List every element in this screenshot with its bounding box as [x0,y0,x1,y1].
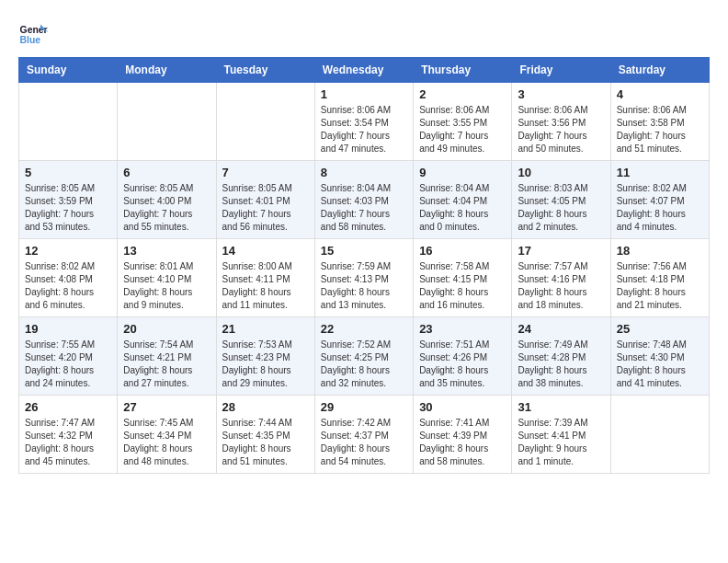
day-info: Sunrise: 7:55 AM Sunset: 4:20 PM Dayligh… [25,339,111,390]
calendar-cell: 30Sunrise: 7:41 AM Sunset: 4:39 PM Dayli… [414,396,512,474]
logo: General Blue [18,18,51,48]
day-info: Sunrise: 7:39 AM Sunset: 4:41 PM Dayligh… [518,417,604,468]
day-number: 10 [518,166,604,179]
calendar-cell: 17Sunrise: 7:57 AM Sunset: 4:16 PM Dayli… [512,239,610,317]
calendar-cell: 19Sunrise: 7:55 AM Sunset: 4:20 PM Dayli… [19,317,118,396]
day-info: Sunrise: 8:06 AM Sunset: 3:56 PM Dayligh… [518,104,604,155]
day-number: 27 [123,400,210,414]
calendar-cell [610,396,709,474]
day-number: 15 [321,244,407,258]
weekday-header-wednesday: Wednesday [314,58,413,83]
day-number: 28 [222,400,309,414]
day-info: Sunrise: 7:57 AM Sunset: 4:16 PM Dayligh… [518,260,604,312]
weekday-header-saturday: Saturday [610,58,709,83]
day-number: 2 [419,87,506,101]
day-number: 3 [518,87,604,101]
day-number: 4 [617,87,703,101]
calendar-cell: 29Sunrise: 7:42 AM Sunset: 4:37 PM Dayli… [314,396,413,474]
day-number: 1 [321,87,407,101]
day-number: 11 [617,166,703,179]
calendar-cell: 2Sunrise: 8:06 AM Sunset: 3:55 PM Daylig… [414,83,512,161]
calendar-cell: 26Sunrise: 7:47 AM Sunset: 4:32 PM Dayli… [19,396,118,474]
day-info: Sunrise: 8:06 AM Sunset: 3:58 PM Dayligh… [617,104,703,155]
calendar-cell: 7Sunrise: 8:05 AM Sunset: 4:01 PM Daylig… [216,161,314,239]
calendar-cell [118,83,216,161]
day-number: 29 [321,400,407,414]
weekday-header-row: SundayMondayTuesdayWednesdayThursdayFrid… [19,58,710,83]
day-info: Sunrise: 7:42 AM Sunset: 4:37 PM Dayligh… [321,417,407,468]
day-info: Sunrise: 8:05 AM Sunset: 3:59 PM Dayligh… [25,182,111,234]
calendar-cell: 9Sunrise: 8:04 AM Sunset: 4:04 PM Daylig… [414,161,512,239]
day-number: 9 [419,166,506,179]
day-number: 31 [518,400,604,414]
calendar-cell: 4Sunrise: 8:06 AM Sunset: 3:58 PM Daylig… [610,83,709,161]
logo-icon: General Blue [18,18,48,48]
day-number: 23 [419,322,506,336]
calendar-cell: 14Sunrise: 8:00 AM Sunset: 4:11 PM Dayli… [216,239,314,317]
calendar-cell: 1Sunrise: 8:06 AM Sunset: 3:54 PM Daylig… [314,83,413,161]
day-info: Sunrise: 8:04 AM Sunset: 4:03 PM Dayligh… [321,182,407,234]
calendar-cell: 6Sunrise: 8:05 AM Sunset: 4:00 PM Daylig… [118,161,216,239]
day-info: Sunrise: 8:05 AM Sunset: 4:01 PM Dayligh… [222,182,309,234]
svg-text:Blue: Blue [20,35,41,45]
day-info: Sunrise: 7:49 AM Sunset: 4:28 PM Dayligh… [518,339,604,390]
day-info: Sunrise: 8:04 AM Sunset: 4:04 PM Dayligh… [419,182,506,234]
calendar-cell: 16Sunrise: 7:58 AM Sunset: 4:15 PM Dayli… [414,239,512,317]
calendar-cell: 23Sunrise: 7:51 AM Sunset: 4:26 PM Dayli… [414,317,512,396]
day-info: Sunrise: 7:44 AM Sunset: 4:35 PM Dayligh… [222,417,309,468]
weekday-header-tuesday: Tuesday [216,58,314,83]
day-number: 22 [321,322,407,336]
calendar-week-1: 1Sunrise: 8:06 AM Sunset: 3:54 PM Daylig… [19,83,710,161]
weekday-header-sunday: Sunday [19,58,118,83]
calendar-week-3: 12Sunrise: 8:02 AM Sunset: 4:08 PM Dayli… [19,239,710,317]
day-info: Sunrise: 8:03 AM Sunset: 4:05 PM Dayligh… [518,182,604,234]
calendar-cell: 24Sunrise: 7:49 AM Sunset: 4:28 PM Dayli… [512,317,610,396]
weekday-header-thursday: Thursday [414,58,512,83]
day-info: Sunrise: 7:59 AM Sunset: 4:13 PM Dayligh… [321,260,407,312]
calendar-cell: 8Sunrise: 8:04 AM Sunset: 4:03 PM Daylig… [314,161,413,239]
calendar-cell: 12Sunrise: 8:02 AM Sunset: 4:08 PM Dayli… [19,239,118,317]
day-number: 19 [25,322,111,336]
day-number: 13 [123,244,210,258]
calendar-week-2: 5Sunrise: 8:05 AM Sunset: 3:59 PM Daylig… [19,161,710,239]
day-number: 14 [222,244,309,258]
day-info: Sunrise: 7:47 AM Sunset: 4:32 PM Dayligh… [25,417,111,468]
day-number: 25 [617,322,703,336]
calendar-week-4: 19Sunrise: 7:55 AM Sunset: 4:20 PM Dayli… [19,317,710,396]
calendar-cell: 27Sunrise: 7:45 AM Sunset: 4:34 PM Dayli… [118,396,216,474]
calendar-cell: 21Sunrise: 7:53 AM Sunset: 4:23 PM Dayli… [216,317,314,396]
day-info: Sunrise: 8:01 AM Sunset: 4:10 PM Dayligh… [123,260,210,312]
day-info: Sunrise: 8:06 AM Sunset: 3:54 PM Dayligh… [321,104,407,155]
day-info: Sunrise: 7:52 AM Sunset: 4:25 PM Dayligh… [321,339,407,390]
calendar-cell: 31Sunrise: 7:39 AM Sunset: 4:41 PM Dayli… [512,396,610,474]
day-number: 12 [25,244,111,258]
calendar-cell: 5Sunrise: 8:05 AM Sunset: 3:59 PM Daylig… [19,161,118,239]
day-number: 18 [617,244,703,258]
day-info: Sunrise: 7:48 AM Sunset: 4:30 PM Dayligh… [617,339,703,390]
calendar-cell [19,83,118,161]
calendar-cell: 11Sunrise: 8:02 AM Sunset: 4:07 PM Dayli… [610,161,709,239]
day-number: 20 [123,322,210,336]
day-info: Sunrise: 8:02 AM Sunset: 4:08 PM Dayligh… [25,260,111,312]
day-info: Sunrise: 8:06 AM Sunset: 3:55 PM Dayligh… [419,104,506,155]
day-number: 16 [419,244,506,258]
day-info: Sunrise: 8:05 AM Sunset: 4:00 PM Dayligh… [123,182,210,234]
day-number: 30 [419,400,506,414]
day-info: Sunrise: 7:45 AM Sunset: 4:34 PM Dayligh… [123,417,210,468]
day-number: 21 [222,322,309,336]
day-info: Sunrise: 7:58 AM Sunset: 4:15 PM Dayligh… [419,260,506,312]
day-info: Sunrise: 8:02 AM Sunset: 4:07 PM Dayligh… [617,182,703,234]
calendar-table: SundayMondayTuesdayWednesdayThursdayFrid… [18,57,710,474]
day-info: Sunrise: 7:51 AM Sunset: 4:26 PM Dayligh… [419,339,506,390]
day-number: 17 [518,244,604,258]
calendar-cell: 13Sunrise: 8:01 AM Sunset: 4:10 PM Dayli… [118,239,216,317]
calendar-cell: 28Sunrise: 7:44 AM Sunset: 4:35 PM Dayli… [216,396,314,474]
day-number: 8 [321,166,407,179]
page-header: General Blue [18,18,710,48]
calendar-cell: 15Sunrise: 7:59 AM Sunset: 4:13 PM Dayli… [314,239,413,317]
day-number: 7 [222,166,309,179]
calendar-cell: 18Sunrise: 7:56 AM Sunset: 4:18 PM Dayli… [610,239,709,317]
day-info: Sunrise: 8:00 AM Sunset: 4:11 PM Dayligh… [222,260,309,312]
calendar-cell [216,83,314,161]
day-info: Sunrise: 7:41 AM Sunset: 4:39 PM Dayligh… [419,417,506,468]
